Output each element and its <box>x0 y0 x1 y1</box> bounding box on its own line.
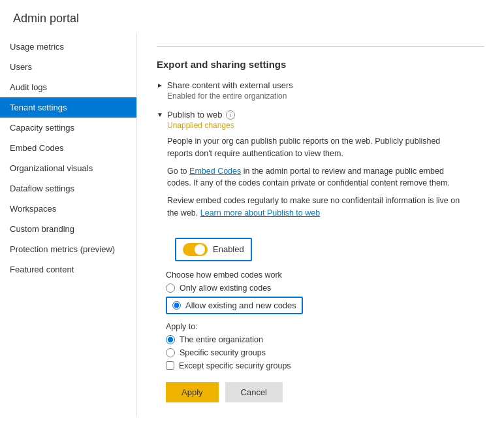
radio-allow-new-box[interactable]: Allow existing and new codes <box>166 297 303 314</box>
unapplied-changes: Unapplied changes <box>167 121 484 130</box>
radio-specific-groups-input[interactable] <box>166 348 175 357</box>
embed-options: Choose how embed codes work Only allow e… <box>166 270 484 318</box>
publish-web-desc3: Review embed codes regularly to make sur… <box>167 195 467 219</box>
apply-to-section: Apply to: The entire organization Specif… <box>166 322 484 370</box>
radio-only-existing[interactable]: Only allow existing codes <box>166 284 484 293</box>
sidebar-item-organizational-visuals[interactable]: Organizational visuals <box>0 158 136 178</box>
embed-options-title: Choose how embed codes work <box>166 270 484 280</box>
main-content: Export and sharing settings ► Share cont… <box>137 33 504 416</box>
sidebar-item-featured-content[interactable]: Featured content <box>0 259 136 280</box>
radio-only-existing-label: Only allow existing codes <box>180 284 271 293</box>
radio-specific-groups[interactable]: Specific security groups <box>166 348 484 357</box>
publish-web-desc2: Go to Embed Codes in the admin portal to… <box>167 165 467 190</box>
sidebar-item-tenant-settings[interactable]: Tenant settings <box>0 97 136 118</box>
sidebar: Usage metrics Users Audit logs Tenant se… <box>0 33 137 416</box>
section-divider <box>157 46 484 47</box>
radio-entire-org[interactable]: The entire organization <box>166 335 484 344</box>
share-content-sub: Enabled for the entire organization <box>167 91 484 101</box>
sidebar-item-usage-metrics[interactable]: Usage metrics <box>0 37 136 57</box>
learn-more-link[interactable]: Learn more about Publish to web <box>200 208 320 218</box>
triangle-down-icon[interactable]: ▼ <box>157 111 163 118</box>
radio-specific-groups-label: Specific security groups <box>180 348 266 357</box>
radio-only-existing-input[interactable] <box>166 284 175 293</box>
except-label: Except specific security groups <box>179 361 291 370</box>
sidebar-item-custom-branding[interactable]: Custom branding <box>0 219 136 239</box>
share-content-setting: ► Share content with external users Enab… <box>157 80 484 101</box>
publish-web-name[interactable]: Publish to web <box>167 110 223 120</box>
radio-entire-org-label: The entire organization <box>180 335 263 344</box>
share-content-name[interactable]: Share content with external users <box>167 80 293 90</box>
apply-button[interactable]: Apply <box>166 382 219 402</box>
radio-allow-new-label: Allow existing and new codes <box>185 300 296 310</box>
section-title: Export and sharing settings <box>157 59 484 70</box>
triangle-right-icon[interactable]: ► <box>157 82 163 89</box>
except-specific-groups[interactable]: Except specific security groups <box>166 361 484 370</box>
sidebar-item-embed-codes[interactable]: Embed Codes <box>0 138 136 158</box>
sidebar-item-dataflow-settings[interactable]: Dataflow settings <box>0 178 136 199</box>
except-checkbox[interactable] <box>166 361 174 370</box>
apply-to-title: Apply to: <box>166 322 484 331</box>
action-buttons: Apply Cancel <box>166 382 484 402</box>
sidebar-item-users[interactable]: Users <box>0 57 136 77</box>
toggle-enabled-box[interactable]: Enabled <box>175 238 252 261</box>
info-icon[interactable]: i <box>226 110 235 120</box>
sidebar-item-capacity-settings[interactable]: Capacity settings <box>0 118 136 138</box>
sidebar-item-audit-logs[interactable]: Audit logs <box>0 77 136 97</box>
app-title: Admin portal <box>0 0 504 33</box>
radio-allow-new-input[interactable] <box>172 301 181 310</box>
cancel-button[interactable]: Cancel <box>225 382 283 402</box>
toggle-label: Enabled <box>213 244 244 254</box>
sidebar-item-protection-metrics[interactable]: Protection metrics (preview) <box>0 239 136 259</box>
radio-entire-org-input[interactable] <box>166 335 175 344</box>
sidebar-item-workspaces[interactable]: Workspaces <box>0 199 136 219</box>
publish-web-setting: ▼ Publish to web i Unapplied changes Peo… <box>157 110 484 402</box>
toggle-switch[interactable] <box>183 243 208 256</box>
embed-codes-link[interactable]: Embed Codes <box>189 167 241 176</box>
publish-web-desc1: People in your org can publish public re… <box>167 135 467 160</box>
